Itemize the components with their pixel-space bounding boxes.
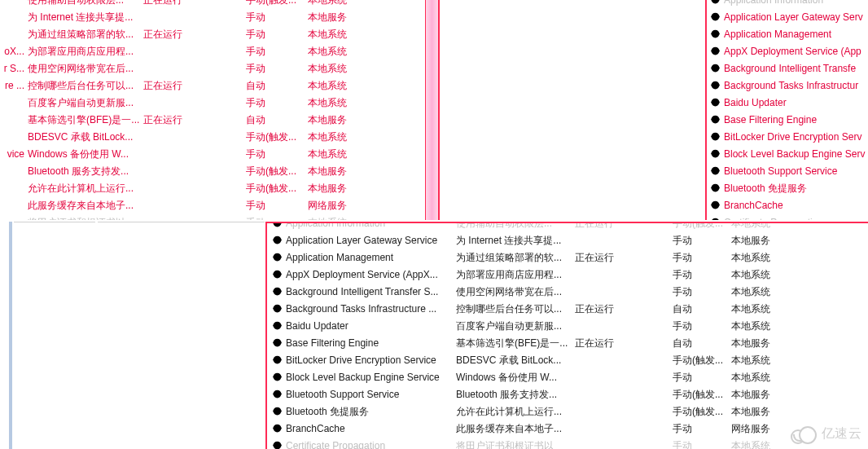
service-row[interactable]: AppX Deployment Service (App <box>707 43 868 60</box>
service-row[interactable]: 百度客户端自动更新服...手动本地系统 <box>0 95 438 112</box>
service-startup: 手动 <box>673 438 731 449</box>
gear-icon <box>272 389 283 399</box>
gear-icon <box>272 252 283 262</box>
gear-icon <box>710 80 721 90</box>
service-row[interactable]: Block Level Backup Engine Serv <box>707 146 868 163</box>
gear-icon <box>272 423 283 434</box>
service-row[interactable]: BranchCache <box>707 197 868 214</box>
service-startup: 手动 <box>673 249 731 266</box>
service-startup: 手动(触发... <box>244 180 306 197</box>
service-row[interactable]: 为通过组策略部署的软...正在运行手动本地系统 <box>0 26 438 43</box>
services-list-red-right[interactable]: Application InformationApplication Layer… <box>705 0 868 220</box>
service-name: Bluetooth 免提服务 <box>267 403 456 420</box>
service-description: 允许在此计算机上运行... <box>456 403 575 420</box>
gear-icon <box>710 165 721 176</box>
service-row[interactable]: Application Information使用辅助自动权限层...正在运行手… <box>267 222 868 232</box>
service-row[interactable]: AppX Deployment Service (AppX...为部署应用商店应… <box>267 266 868 284</box>
service-name: Application Management <box>724 29 831 40</box>
service-description: 使用辅助自动权限层... <box>456 222 575 232</box>
service-description: 百度客户端自动更新服... <box>456 318 575 335</box>
service-row[interactable]: Base Filtering Engine <box>707 112 868 129</box>
service-row[interactable]: 允许在此计算机上运行...手动(触发...本地服务 <box>0 180 438 197</box>
service-row[interactable]: Bluetooth 免提服务允许在此计算机上运行...手动(触发...本地服务 <box>267 403 868 420</box>
service-row[interactable]: Application Layer Gateway Service为 Inter… <box>267 232 868 249</box>
service-logon: 网络服务 <box>731 420 796 438</box>
service-startup: 手动(触发... <box>673 403 731 420</box>
scrollbar[interactable] <box>425 0 438 220</box>
service-description: 为 Internet 连接共享提... <box>456 232 575 249</box>
service-row[interactable]: 此服务缓存来自本地子...手动网络服务 <box>0 197 438 214</box>
service-name: Application Layer Gateway Service <box>267 232 456 249</box>
service-row[interactable]: Application Management <box>707 26 868 43</box>
service-row[interactable]: Baidu Updater <box>707 95 868 112</box>
service-row[interactable]: Certificate Propagation <box>707 214 868 220</box>
service-row[interactable]: BitLocker Drive Encryption Serv <box>707 129 868 146</box>
service-logon: 本地系统 <box>731 301 796 318</box>
service-row[interactable]: Block Level Backup Engine ServiceWindows… <box>267 369 868 386</box>
service-row[interactable]: Background Intelligent Transfer S...使用空闲… <box>267 284 868 301</box>
service-status: 正在运行 <box>142 77 244 95</box>
service-logon: 本地系统 <box>306 95 371 112</box>
service-row[interactable]: 使用辅助自动权限层...正在运行手动(触发...本地系统 <box>0 0 438 9</box>
service-logon: 本地系统 <box>731 352 796 369</box>
service-name: Background Intelligent Transfer S... <box>267 284 456 301</box>
service-logon: 本地系统 <box>306 146 371 163</box>
service-row[interactable]: Application Layer Gateway Serv <box>707 9 868 26</box>
service-name: Application Layer Gateway Serv <box>724 11 863 23</box>
service-row[interactable]: Bluetooth 免提服务 <box>707 180 868 197</box>
service-row[interactable]: Baidu Updater百度客户端自动更新服...手动本地系统 <box>267 318 868 335</box>
service-row[interactable]: Bluetooth 服务支持发...手动(触发...本地服务 <box>0 163 438 180</box>
service-name: Application Information <box>724 0 823 6</box>
service-row[interactable]: 基本筛选引擎(BFE)是一...正在运行自动本地服务 <box>0 112 438 129</box>
service-description: 为通过组策略部署的软... <box>456 249 575 266</box>
service-row[interactable]: Background Intelligent Transfe <box>707 60 868 77</box>
service-row[interactable]: oX...为部署应用商店应用程...手动本地系统 <box>0 43 438 60</box>
gear-icon <box>710 11 721 22</box>
service-name: Base Filtering Engine <box>724 114 817 125</box>
service-startup: 手动 <box>673 369 731 386</box>
service-description: 使用辅助自动权限层... <box>26 0 142 9</box>
services-list-main[interactable]: Application Information使用辅助自动权限层...正在运行手… <box>265 222 868 449</box>
service-description: 将田户证书和根证书以 <box>26 214 142 220</box>
service-row[interactable]: BDESVC 承载 BitLock...手动(触发...本地系统 <box>0 129 438 146</box>
service-description: 为 Internet 连接共享提... <box>26 9 142 26</box>
service-row[interactable]: Bluetooth Support ServiceBluetooth 服务支持发… <box>267 386 868 403</box>
service-startup: 手动(触发... <box>673 352 731 369</box>
service-row[interactable]: Background Tasks Infrastructur <box>707 77 868 95</box>
service-name: Background Tasks Infrastructure ... <box>267 301 456 318</box>
service-description: 百度客户端自动更新服... <box>26 95 142 112</box>
service-row[interactable]: Certificate Propagation将田户证书和根证书以手动本地系统 <box>267 438 868 449</box>
service-logon: 本地服务 <box>306 112 371 129</box>
service-name-fragment: re ... <box>0 77 26 95</box>
service-row[interactable]: 为 Internet 连接共享提...手动本地服务 <box>0 9 438 26</box>
service-row[interactable]: Application Information <box>707 0 868 9</box>
service-startup: 手动 <box>244 60 306 77</box>
service-startup: 手动(触发... <box>244 129 306 146</box>
gear-icon <box>272 440 283 449</box>
service-row[interactable]: Base Filtering Engine基本筛选引擎(BFE)是一...正在运… <box>267 335 868 352</box>
service-row[interactable]: viceWindows 备份使用 W...手动本地系统 <box>0 146 438 163</box>
service-row[interactable]: BitLocker Drive Encryption ServiceBDESVC… <box>267 352 868 369</box>
service-name: Application Management <box>267 249 456 266</box>
service-startup: 手动 <box>673 420 731 438</box>
service-name: AppX Deployment Service (App <box>724 46 861 57</box>
service-row[interactable]: Background Tasks Infrastructure ...控制哪些后… <box>267 301 868 318</box>
service-description: 控制哪些后台任务可以... <box>26 77 142 95</box>
gear-icon <box>272 337 283 348</box>
service-row[interactable]: r S...使用空闲网络带宽在后...手动本地系统 <box>0 60 438 77</box>
service-row[interactable]: BranchCache此服务缓存来自本地子...手动网络服务 <box>267 420 868 438</box>
service-startup: 自动 <box>244 112 306 129</box>
services-list-red-left[interactable]: 使用辅助自动权限层...正在运行手动(触发...本地系统为 Internet 连… <box>0 0 440 220</box>
service-row[interactable]: re ...控制哪些后台任务可以...正在运行自动本地系统 <box>0 77 438 95</box>
service-logon: 本地系统 <box>731 266 796 284</box>
gear-icon <box>710 148 721 159</box>
service-description: 为部署应用商店应用程... <box>26 43 142 60</box>
service-logon: 本地服务 <box>306 163 371 180</box>
service-row[interactable]: Bluetooth Support Service <box>707 163 868 180</box>
service-row[interactable]: 将田户证书和根证书以手动本地系统 <box>0 214 438 220</box>
service-logon: 本地服务 <box>731 335 796 352</box>
service-name: Bluetooth 免提服务 <box>724 183 807 194</box>
service-row[interactable]: Application Management为通过组策略部署的软...正在运行手… <box>267 249 868 266</box>
service-logon: 本地系统 <box>306 129 371 146</box>
gear-icon <box>272 303 283 314</box>
